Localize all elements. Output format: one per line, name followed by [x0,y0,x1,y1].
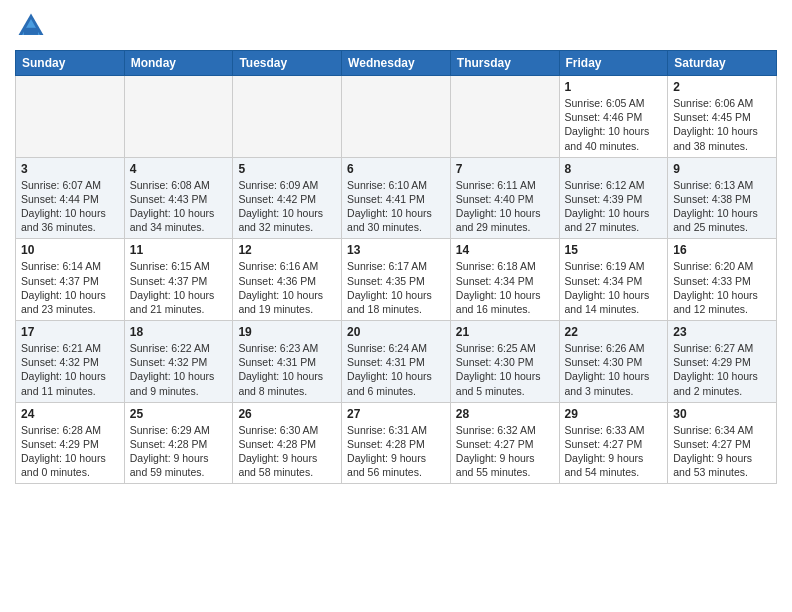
day-info: Sunrise: 6:12 AMSunset: 4:39 PMDaylight:… [565,178,663,235]
calendar-day: 9Sunrise: 6:13 AMSunset: 4:38 PMDaylight… [668,157,777,239]
calendar-day: 21Sunrise: 6:25 AMSunset: 4:30 PMDayligh… [450,321,559,403]
day-number: 14 [456,243,554,257]
calendar-week-3: 10Sunrise: 6:14 AMSunset: 4:37 PMDayligh… [16,239,777,321]
day-number: 27 [347,407,445,421]
calendar-week-2: 3Sunrise: 6:07 AMSunset: 4:44 PMDaylight… [16,157,777,239]
calendar-header-row: SundayMondayTuesdayWednesdayThursdayFrid… [16,51,777,76]
weekday-header-wednesday: Wednesday [342,51,451,76]
calendar-day: 17Sunrise: 6:21 AMSunset: 4:32 PMDayligh… [16,321,125,403]
day-number: 20 [347,325,445,339]
day-info: Sunrise: 6:18 AMSunset: 4:34 PMDaylight:… [456,259,554,316]
day-number: 24 [21,407,119,421]
day-info: Sunrise: 6:14 AMSunset: 4:37 PMDaylight:… [21,259,119,316]
day-number: 7 [456,162,554,176]
day-number: 28 [456,407,554,421]
day-info: Sunrise: 6:08 AMSunset: 4:43 PMDaylight:… [130,178,228,235]
calendar-day: 26Sunrise: 6:30 AMSunset: 4:28 PMDayligh… [233,402,342,484]
weekday-header-saturday: Saturday [668,51,777,76]
weekday-header-tuesday: Tuesday [233,51,342,76]
calendar-day: 25Sunrise: 6:29 AMSunset: 4:28 PMDayligh… [124,402,233,484]
day-number: 19 [238,325,336,339]
day-number: 25 [130,407,228,421]
day-number: 4 [130,162,228,176]
day-number: 1 [565,80,663,94]
day-info: Sunrise: 6:20 AMSunset: 4:33 PMDaylight:… [673,259,771,316]
weekday-header-thursday: Thursday [450,51,559,76]
day-info: Sunrise: 6:13 AMSunset: 4:38 PMDaylight:… [673,178,771,235]
day-info: Sunrise: 6:05 AMSunset: 4:46 PMDaylight:… [565,96,663,153]
day-info: Sunrise: 6:34 AMSunset: 4:27 PMDaylight:… [673,423,771,480]
svg-rect-2 [24,28,38,35]
day-number: 21 [456,325,554,339]
calendar-day: 28Sunrise: 6:32 AMSunset: 4:27 PMDayligh… [450,402,559,484]
calendar-day: 13Sunrise: 6:17 AMSunset: 4:35 PMDayligh… [342,239,451,321]
day-info: Sunrise: 6:26 AMSunset: 4:30 PMDaylight:… [565,341,663,398]
calendar-day: 30Sunrise: 6:34 AMSunset: 4:27 PMDayligh… [668,402,777,484]
logo [15,10,51,42]
calendar-day: 16Sunrise: 6:20 AMSunset: 4:33 PMDayligh… [668,239,777,321]
day-info: Sunrise: 6:19 AMSunset: 4:34 PMDaylight:… [565,259,663,316]
calendar-day: 2Sunrise: 6:06 AMSunset: 4:45 PMDaylight… [668,76,777,158]
day-info: Sunrise: 6:15 AMSunset: 4:37 PMDaylight:… [130,259,228,316]
calendar-table: SundayMondayTuesdayWednesdayThursdayFrid… [15,50,777,484]
calendar-day: 27Sunrise: 6:31 AMSunset: 4:28 PMDayligh… [342,402,451,484]
calendar-day: 3Sunrise: 6:07 AMSunset: 4:44 PMDaylight… [16,157,125,239]
calendar-week-5: 24Sunrise: 6:28 AMSunset: 4:29 PMDayligh… [16,402,777,484]
calendar-day: 18Sunrise: 6:22 AMSunset: 4:32 PMDayligh… [124,321,233,403]
calendar-day: 6Sunrise: 6:10 AMSunset: 4:41 PMDaylight… [342,157,451,239]
day-info: Sunrise: 6:32 AMSunset: 4:27 PMDaylight:… [456,423,554,480]
calendar-day: 12Sunrise: 6:16 AMSunset: 4:36 PMDayligh… [233,239,342,321]
day-info: Sunrise: 6:29 AMSunset: 4:28 PMDaylight:… [130,423,228,480]
day-info: Sunrise: 6:09 AMSunset: 4:42 PMDaylight:… [238,178,336,235]
calendar-week-4: 17Sunrise: 6:21 AMSunset: 4:32 PMDayligh… [16,321,777,403]
day-info: Sunrise: 6:28 AMSunset: 4:29 PMDaylight:… [21,423,119,480]
day-info: Sunrise: 6:24 AMSunset: 4:31 PMDaylight:… [347,341,445,398]
calendar-day [16,76,125,158]
day-number: 17 [21,325,119,339]
day-number: 6 [347,162,445,176]
weekday-header-monday: Monday [124,51,233,76]
weekday-header-sunday: Sunday [16,51,125,76]
calendar-day [342,76,451,158]
day-info: Sunrise: 6:06 AMSunset: 4:45 PMDaylight:… [673,96,771,153]
day-info: Sunrise: 6:23 AMSunset: 4:31 PMDaylight:… [238,341,336,398]
day-info: Sunrise: 6:11 AMSunset: 4:40 PMDaylight:… [456,178,554,235]
day-number: 18 [130,325,228,339]
calendar-day: 14Sunrise: 6:18 AMSunset: 4:34 PMDayligh… [450,239,559,321]
day-number: 8 [565,162,663,176]
day-number: 5 [238,162,336,176]
day-number: 30 [673,407,771,421]
day-number: 22 [565,325,663,339]
calendar-day: 24Sunrise: 6:28 AMSunset: 4:29 PMDayligh… [16,402,125,484]
day-info: Sunrise: 6:07 AMSunset: 4:44 PMDaylight:… [21,178,119,235]
calendar-day: 29Sunrise: 6:33 AMSunset: 4:27 PMDayligh… [559,402,668,484]
calendar-day [233,76,342,158]
calendar-day: 11Sunrise: 6:15 AMSunset: 4:37 PMDayligh… [124,239,233,321]
calendar-day: 8Sunrise: 6:12 AMSunset: 4:39 PMDaylight… [559,157,668,239]
day-info: Sunrise: 6:17 AMSunset: 4:35 PMDaylight:… [347,259,445,316]
calendar-day: 15Sunrise: 6:19 AMSunset: 4:34 PMDayligh… [559,239,668,321]
calendar-day: 22Sunrise: 6:26 AMSunset: 4:30 PMDayligh… [559,321,668,403]
day-number: 2 [673,80,771,94]
day-info: Sunrise: 6:22 AMSunset: 4:32 PMDaylight:… [130,341,228,398]
day-info: Sunrise: 6:33 AMSunset: 4:27 PMDaylight:… [565,423,663,480]
day-info: Sunrise: 6:21 AMSunset: 4:32 PMDaylight:… [21,341,119,398]
day-number: 26 [238,407,336,421]
day-number: 16 [673,243,771,257]
day-number: 9 [673,162,771,176]
day-number: 23 [673,325,771,339]
calendar-day: 5Sunrise: 6:09 AMSunset: 4:42 PMDaylight… [233,157,342,239]
day-info: Sunrise: 6:10 AMSunset: 4:41 PMDaylight:… [347,178,445,235]
day-number: 10 [21,243,119,257]
calendar-day [124,76,233,158]
day-number: 12 [238,243,336,257]
calendar-day: 4Sunrise: 6:08 AMSunset: 4:43 PMDaylight… [124,157,233,239]
calendar-day: 10Sunrise: 6:14 AMSunset: 4:37 PMDayligh… [16,239,125,321]
page-container: SundayMondayTuesdayWednesdayThursdayFrid… [0,0,792,494]
day-info: Sunrise: 6:25 AMSunset: 4:30 PMDaylight:… [456,341,554,398]
calendar-week-1: 1Sunrise: 6:05 AMSunset: 4:46 PMDaylight… [16,76,777,158]
calendar-day [450,76,559,158]
day-info: Sunrise: 6:31 AMSunset: 4:28 PMDaylight:… [347,423,445,480]
day-number: 29 [565,407,663,421]
day-number: 15 [565,243,663,257]
